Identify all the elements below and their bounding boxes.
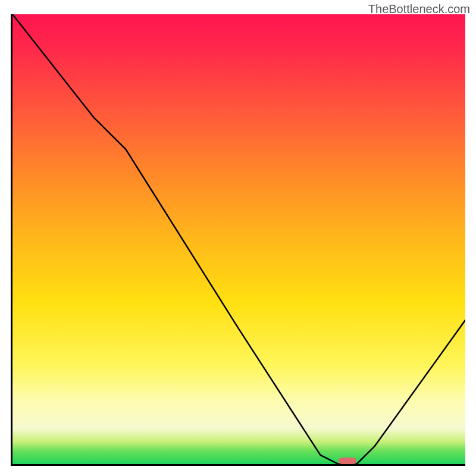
optimal-point-marker bbox=[339, 458, 356, 464]
x-axis bbox=[11, 464, 465, 466]
plot-area bbox=[12, 14, 465, 464]
chart-svg bbox=[12, 14, 465, 464]
watermark-text: TheBottleneck.com bbox=[368, 2, 470, 16]
bottleneck-curve-line bbox=[12, 14, 465, 464]
